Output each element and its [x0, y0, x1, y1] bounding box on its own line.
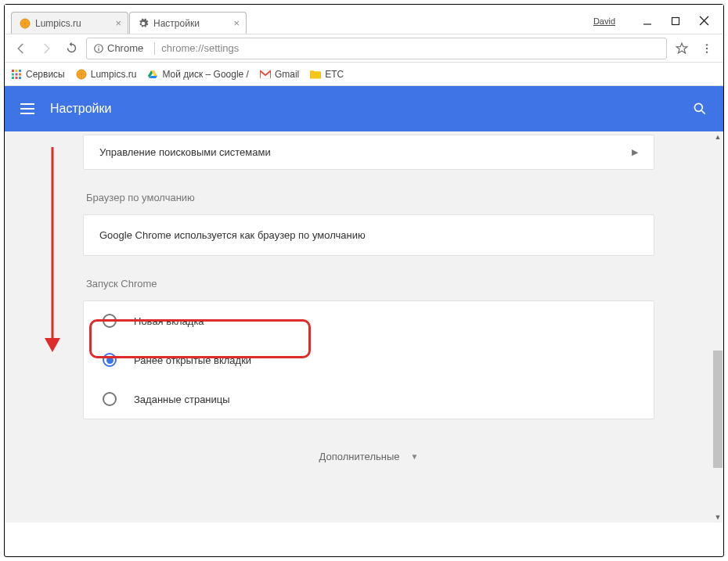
bookmark-gmail[interactable]: Gmail [260, 69, 299, 80]
scroll-up-icon[interactable]: ▲ [712, 131, 723, 142]
tab-lumpics[interactable]: Lumpics.ru × [11, 12, 128, 34]
settings-panel: Управление поисковыми системами ▶ Браузе… [83, 131, 654, 462]
startup-options-card: Новая вкладка Ранее открытые вкладки Зад… [83, 300, 654, 419]
svg-rect-1 [672, 17, 679, 24]
back-icon[interactable] [11, 38, 31, 59]
svg-marker-20 [45, 338, 60, 352]
svg-rect-10 [12, 73, 14, 75]
svg-rect-13 [12, 77, 14, 79]
svg-point-3 [98, 45, 99, 46]
search-icon[interactable] [692, 101, 708, 117]
tab-label: Lumpics.ru [35, 18, 81, 29]
apps-icon [11, 69, 22, 80]
svg-point-4 [706, 44, 708, 45]
folder-icon [310, 69, 321, 80]
svg-rect-11 [16, 73, 18, 75]
radio-label: Новая вкладка [134, 315, 204, 327]
user-profile-label[interactable]: David [593, 16, 615, 26]
window-controls: David [593, 5, 723, 34]
section-default-browser-label: Браузер по умолчанию [86, 192, 654, 203]
bookmark-apps[interactable]: Сервисы [11, 69, 65, 80]
divider [154, 42, 155, 55]
tab-strip: Lumpics.ru × Настройки × [5, 5, 593, 34]
startup-option-new-tab[interactable]: Новая вкладка [84, 301, 654, 340]
svg-rect-14 [16, 77, 18, 79]
svg-rect-8 [16, 70, 18, 72]
startup-option-continue[interactable]: Ранее открытые вкладки [84, 340, 654, 379]
bookmark-label: Lumpics.ru [91, 69, 137, 80]
gear-icon [138, 18, 149, 29]
secure-origin-label: Chrome [107, 42, 143, 54]
bookmark-lumpics[interactable]: Lumpics.ru [76, 69, 137, 80]
default-browser-text: Google Chrome используется как браузер п… [99, 229, 366, 241]
radio-checked-icon [103, 353, 117, 367]
manage-search-engines-row[interactable]: Управление поисковыми системами ▶ [84, 135, 654, 169]
hamburger-icon[interactable] [20, 103, 34, 114]
orange-icon [76, 69, 87, 80]
scrollbar-thumb[interactable] [713, 351, 723, 468]
radio-icon [103, 392, 117, 406]
address-bar[interactable]: Chrome chrome://settings [86, 38, 667, 59]
svg-rect-9 [19, 70, 21, 72]
radio-label: Ранее открытые вкладки [134, 354, 251, 366]
scrollbar[interactable]: ▲ ▼ [712, 131, 723, 523]
chevron-right-icon: ▶ [632, 147, 638, 157]
radio-label: Заданные страницы [134, 394, 230, 405]
info-icon [93, 43, 104, 54]
toolbar: Chrome chrome://settings [5, 34, 723, 63]
svg-point-18 [694, 103, 702, 111]
radio-icon [103, 314, 117, 328]
scroll-down-icon[interactable]: ▼ [712, 512, 723, 523]
bookmark-label: ETC [325, 69, 344, 80]
svg-point-6 [706, 51, 708, 52]
svg-point-5 [706, 47, 708, 49]
default-browser-card: Google Chrome используется как браузер п… [83, 214, 654, 256]
section-startup-label: Запуск Chrome [86, 278, 654, 289]
gmail-icon [260, 69, 271, 80]
bookmark-drive[interactable]: Мой диск – Google / [147, 69, 249, 80]
orange-icon [20, 18, 31, 29]
drive-icon [147, 69, 158, 80]
window-titlebar: Lumpics.ru × Настройки × David [5, 5, 723, 34]
minimize-icon[interactable] [642, 16, 653, 27]
tab-settings[interactable]: Настройки × [129, 12, 247, 34]
svg-rect-7 [12, 70, 14, 72]
close-icon[interactable]: × [110, 17, 121, 29]
search-engines-card: Управление поисковыми системами ▶ [83, 135, 654, 170]
tab-label: Настройки [153, 18, 200, 29]
kebab-menu-icon[interactable] [697, 38, 717, 59]
chevron-down-icon: ▼ [411, 452, 419, 461]
secure-origin-chip: Chrome [93, 42, 143, 54]
bookmark-label: Мой диск – Google / [162, 69, 249, 80]
bookmark-label: Сервисы [26, 69, 65, 80]
settings-title: Настройки [50, 102, 111, 116]
close-icon[interactable]: × [229, 17, 240, 29]
bookmark-etc[interactable]: ETC [310, 69, 344, 80]
url-text: chrome://settings [161, 42, 239, 54]
startup-option-specific-pages[interactable]: Заданные страницы [84, 379, 654, 419]
settings-header: Настройки [5, 86, 723, 131]
svg-rect-12 [19, 73, 21, 75]
svg-rect-15 [19, 77, 21, 79]
bookmarks-bar: Сервисы Lumpics.ru Мой диск – Google / G… [5, 63, 723, 86]
settings-content: ▲ ▼ Управление поисковыми системами ▶ Бр… [5, 131, 723, 523]
reload-icon[interactable] [61, 38, 81, 59]
row-label: Управление поисковыми системами [99, 146, 271, 158]
maximize-icon[interactable] [670, 16, 681, 27]
annotation-arrow-icon [41, 147, 64, 352]
advanced-toggle[interactable]: Дополнительные ▼ [83, 451, 654, 462]
bookmark-label: Gmail [275, 69, 299, 80]
bookmark-star-icon[interactable] [672, 38, 692, 59]
advanced-label: Дополнительные [319, 451, 400, 462]
window-close-icon[interactable] [698, 16, 709, 27]
forward-icon[interactable] [36, 38, 56, 59]
